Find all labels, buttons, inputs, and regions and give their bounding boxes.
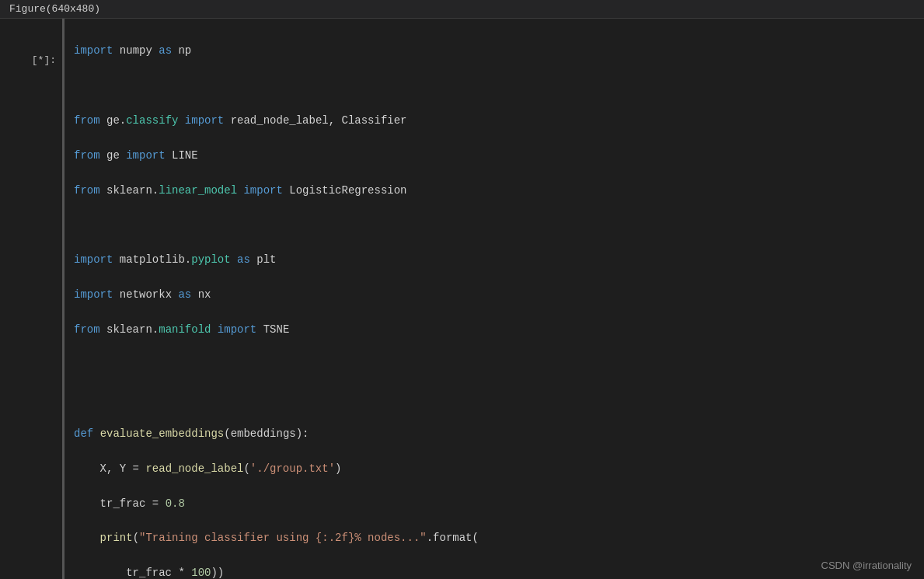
brand-label: CSDN @irrationality bbox=[821, 560, 912, 571]
cell-content[interactable]: import numpy as np from ge.classify impo… bbox=[62, 19, 924, 579]
figure-label: Figure(640x480) bbox=[9, 3, 100, 15]
top-bar: Figure(640x480) bbox=[0, 0, 924, 19]
cell-label: [*]: bbox=[0, 19, 62, 579]
notebook-cell: [*]: import numpy as np from ge.classify… bbox=[0, 19, 924, 579]
